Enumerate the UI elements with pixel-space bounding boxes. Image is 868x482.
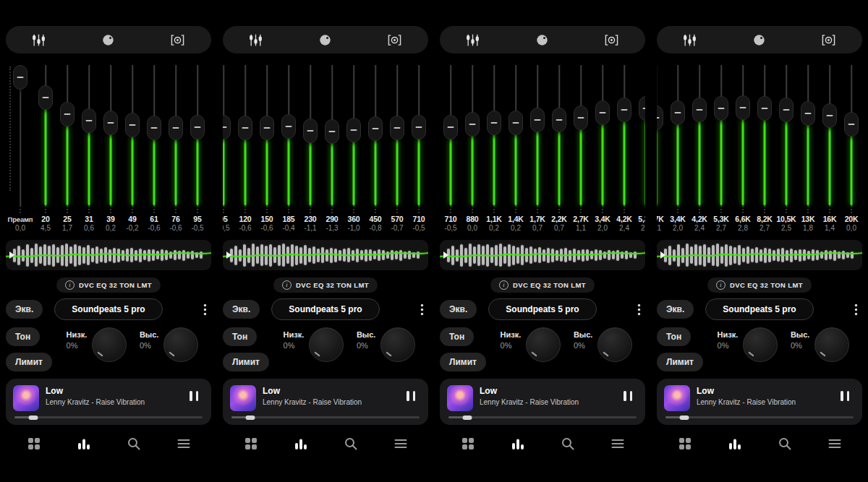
- band-slider-thumb[interactable]: [692, 98, 707, 122]
- nav-library-button[interactable]: [668, 432, 702, 455]
- treble-knob[interactable]: [163, 327, 198, 362]
- band-track[interactable]: [190, 65, 205, 207]
- band-track[interactable]: [552, 65, 566, 207]
- band-track[interactable]: [125, 65, 140, 207]
- spectrum-visualizer[interactable]: [223, 240, 428, 270]
- band-track[interactable]: [82, 65, 96, 207]
- progress-handle[interactable]: [463, 416, 472, 420]
- overflow-menu-button[interactable]: [199, 302, 211, 317]
- band-track[interactable]: [617, 65, 631, 207]
- device-selector[interactable]: Soundpeats 5 pro: [271, 298, 380, 320]
- band-slider-thumb[interactable]: [223, 115, 231, 139]
- progress-handle[interactable]: [246, 416, 255, 420]
- band-slider-thumb[interactable]: [552, 108, 566, 132]
- band-slider-thumb[interactable]: [303, 119, 318, 143]
- band-track[interactable]: [657, 65, 663, 207]
- preamp-slider[interactable]: Преамп0,0: [6, 61, 35, 234]
- band-slider-thumb[interactable]: [617, 98, 631, 122]
- now-playing-card[interactable]: Low Lenny Kravitz - Raise Vibration: [6, 379, 211, 425]
- band-slider-thumb[interactable]: [281, 114, 296, 139]
- nav-equalizer-button[interactable]: [284, 432, 318, 455]
- nav-queue-button[interactable]: [166, 432, 201, 455]
- spectrum-visualizer[interactable]: [657, 240, 862, 270]
- band-slider-thumb[interactable]: [465, 112, 480, 137]
- preset-pill[interactable]: i DVC EQ 32 TON LMT: [490, 277, 595, 293]
- device-selector[interactable]: Soundpeats 5 pro: [54, 298, 163, 320]
- band-track[interactable]: [530, 65, 545, 207]
- tone-button[interactable]: Тон: [657, 327, 691, 346]
- band-slider-thumb[interactable]: [169, 116, 183, 140]
- band-track[interactable]: [671, 65, 685, 207]
- band-track[interactable]: [368, 65, 383, 207]
- band-track[interactable]: [281, 65, 296, 207]
- treble-knob[interactable]: [814, 327, 849, 362]
- tone-button[interactable]: Тон: [6, 327, 40, 346]
- band-track[interactable]: [639, 65, 645, 207]
- pause-button[interactable]: [841, 385, 854, 401]
- band-track[interactable]: [169, 65, 183, 207]
- eq-toggle-button[interactable]: Экв.: [657, 300, 694, 319]
- treble-knob[interactable]: [380, 327, 415, 362]
- band-slider-thumb[interactable]: [260, 116, 274, 140]
- nav-library-button[interactable]: [234, 432, 268, 455]
- equalizer-tab-button[interactable]: [29, 30, 48, 50]
- band-slider-thumb[interactable]: [13, 65, 27, 90]
- eq-toggle-button[interactable]: Экв.: [440, 300, 477, 319]
- band-track[interactable]: [60, 65, 75, 207]
- band-track[interactable]: [443, 65, 458, 207]
- band-slider-thumb[interactable]: [390, 116, 404, 140]
- nav-equalizer-button[interactable]: [501, 432, 535, 455]
- band-slider-thumb[interactable]: [671, 100, 685, 125]
- album-art[interactable]: [230, 385, 256, 411]
- band-track[interactable]: [779, 65, 793, 207]
- album-art[interactable]: [447, 385, 473, 411]
- band-track[interactable]: [465, 65, 480, 207]
- equalizer-tab-button[interactable]: [680, 30, 699, 50]
- spectrum-visualizer[interactable]: [6, 240, 211, 270]
- band-track[interactable]: [412, 65, 426, 207]
- band-track[interactable]: [844, 65, 859, 207]
- band-track[interactable]: [103, 65, 118, 207]
- progress-handle[interactable]: [680, 416, 689, 420]
- band-slider-thumb[interactable]: [844, 112, 859, 137]
- band-slider-thumb[interactable]: [714, 96, 728, 121]
- treble-knob[interactable]: [597, 327, 632, 362]
- knob-tab-button[interactable]: [750, 31, 768, 49]
- band-track[interactable]: [346, 65, 361, 207]
- band-slider-thumb[interactable]: [346, 118, 361, 142]
- bass-knob[interactable]: [309, 327, 344, 362]
- bass-knob[interactable]: [743, 327, 778, 362]
- band-slider-thumb[interactable]: [82, 108, 96, 133]
- progress-handle[interactable]: [29, 416, 38, 420]
- now-playing-card[interactable]: Low Lenny Kravitz - Raise Vibration: [657, 379, 862, 425]
- nav-library-button[interactable]: [451, 432, 485, 455]
- album-art[interactable]: [13, 385, 39, 411]
- overflow-menu-button[interactable]: [416, 302, 428, 317]
- band-slider-thumb[interactable]: [38, 85, 53, 110]
- equalizer-tab-button[interactable]: [463, 30, 482, 50]
- nav-queue-button[interactable]: [383, 432, 418, 455]
- progress-bar[interactable]: [448, 416, 637, 418]
- band-track[interactable]: [574, 65, 588, 207]
- band-track[interactable]: [487, 65, 501, 207]
- band-track[interactable]: [822, 65, 837, 207]
- band-track[interactable]: [692, 65, 707, 207]
- band-track[interactable]: [390, 65, 404, 207]
- band-slider-thumb[interactable]: [368, 116, 383, 141]
- band-track[interactable]: [223, 65, 231, 207]
- band-slider-thumb[interactable]: [779, 98, 793, 122]
- overflow-menu-button[interactable]: [633, 302, 645, 317]
- knob-tab-button[interactable]: [316, 31, 334, 49]
- band-track[interactable]: [325, 65, 339, 207]
- band-slider-thumb[interactable]: [103, 111, 118, 135]
- eq-toggle-button[interactable]: Экв.: [223, 300, 260, 319]
- album-art[interactable]: [664, 385, 690, 411]
- band-track[interactable]: [260, 65, 274, 207]
- band-slider-thumb[interactable]: [487, 111, 501, 135]
- band-track[interactable]: [13, 65, 27, 207]
- nav-search-button[interactable]: [116, 432, 151, 455]
- nav-queue-button[interactable]: [600, 432, 635, 455]
- preset-pill[interactable]: i DVC EQ 32 TON LMT: [56, 277, 161, 293]
- nav-equalizer-button[interactable]: [67, 432, 101, 455]
- band-slider-thumb[interactable]: [190, 115, 205, 139]
